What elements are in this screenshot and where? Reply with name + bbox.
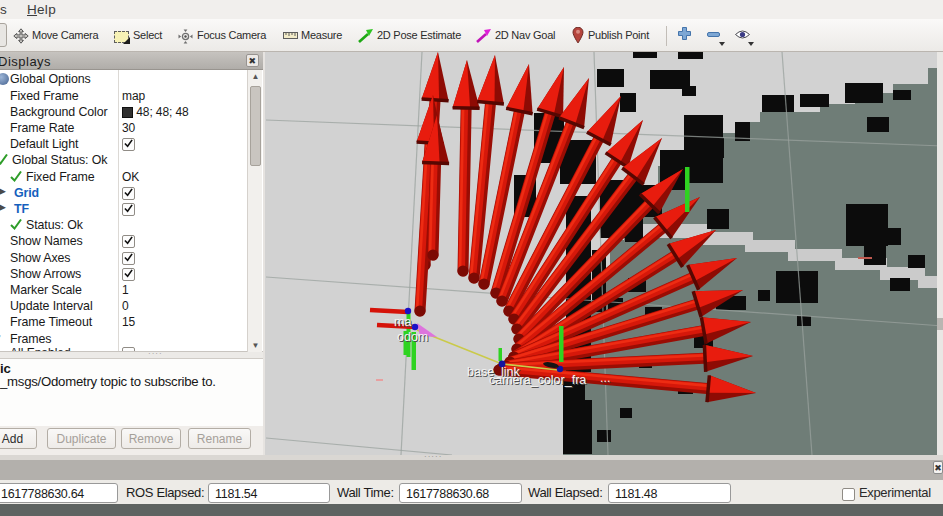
svg-text:...: ... [600,371,610,385]
svg-text:odom: odom [397,330,428,344]
svg-text:camera_color_fra: camera_color_fra [489,373,586,387]
svg-text:ma: ma [394,315,411,329]
